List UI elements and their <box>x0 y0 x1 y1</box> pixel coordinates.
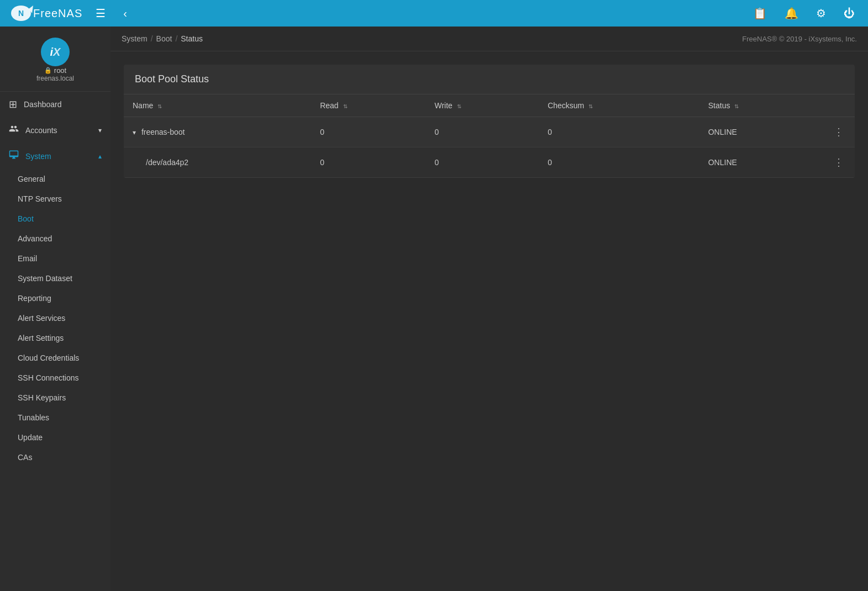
cell-read: 0 <box>311 117 425 147</box>
main-layout: iX 🔒 root freenas.local ⊞ Dashboard Acco… <box>0 27 868 591</box>
system-icon <box>9 150 19 162</box>
col-header-read[interactable]: Read ⇅ <box>311 94 425 117</box>
sort-icon-checksum: ⇅ <box>588 103 593 109</box>
sidebar-subitem-tunables[interactable]: Tunables <box>0 408 111 428</box>
col-header-actions <box>823 94 855 117</box>
sort-icon-name: ⇅ <box>157 103 162 109</box>
menu-icon[interactable]: ☰ <box>91 4 110 22</box>
col-header-status[interactable]: Status ⇅ <box>699 94 823 117</box>
accounts-icon <box>9 124 19 136</box>
navbar-left: N FreeNAS ☰ ‹ <box>9 3 131 23</box>
user-hostname: freenas.local <box>36 75 74 82</box>
sidebar-subitem-general[interactable]: General <box>0 169 111 189</box>
row-actions-button[interactable]: ⋮ <box>832 154 846 171</box>
table-row: /dev/ada4p2 0 0 0 ONLINE ⋮ <box>124 147 855 178</box>
table-container: Name ⇅ Read ⇅ Write ⇅ <box>124 94 855 178</box>
cell-name: ▾ freenas-boot <box>124 117 311 147</box>
sidebar-subitem-email[interactable]: Email <box>0 249 111 268</box>
sort-icon-read: ⇅ <box>343 103 348 109</box>
sidebar-subitem-boot[interactable]: Boot <box>0 209 111 229</box>
cell-write: 0 <box>425 147 539 178</box>
table-row: ▾ freenas-boot 0 0 0 ONLINE ⋮ <box>124 117 855 147</box>
settings-icon[interactable]: ⚙ <box>812 4 830 22</box>
navbar-right: 📋 🔔 ⚙ ⏻ <box>749 4 859 22</box>
power-icon[interactable]: ⏻ <box>839 5 859 22</box>
sidebar: iX 🔒 root freenas.local ⊞ Dashboard Acco… <box>0 27 111 591</box>
sidebar-item-system[interactable]: System ▴ <box>0 143 111 169</box>
sort-icon-write: ⇅ <box>457 103 461 109</box>
cell-actions: ⋮ <box>823 147 855 178</box>
col-header-name[interactable]: Name ⇅ <box>124 94 311 117</box>
app-name: FreeNAS <box>33 7 82 20</box>
sidebar-item-label: Accounts <box>25 126 57 135</box>
cell-read: 0 <box>311 147 425 178</box>
sidebar-item-label: Dashboard <box>24 100 62 109</box>
col-header-write[interactable]: Write ⇅ <box>425 94 539 117</box>
sidebar-subitem-cloud-credentials[interactable]: Cloud Credentials <box>0 348 111 368</box>
sidebar-subitem-alert-settings[interactable]: Alert Settings <box>0 328 111 348</box>
sort-icon-status: ⇅ <box>734 103 739 109</box>
cell-checksum: 0 <box>539 117 699 147</box>
card-title: Boot Pool Status <box>124 65 855 94</box>
alerts-icon[interactable]: 🔔 <box>780 4 803 22</box>
cell-checksum: 0 <box>539 147 699 178</box>
expand-icon[interactable]: ▾ <box>133 129 136 136</box>
chevron-down-icon: ▾ <box>98 126 102 134</box>
back-icon[interactable]: ‹ <box>119 5 131 22</box>
logo-icon: N <box>9 3 33 23</box>
sidebar-subitem-advanced[interactable]: Advanced <box>0 229 111 249</box>
user-avatar: iX <box>41 38 70 66</box>
breadcrumb-boot[interactable]: Boot <box>156 34 172 43</box>
system-subnav: General NTP Servers Boot Advanced Email … <box>0 169 111 467</box>
boot-pool-table: Name ⇅ Read ⇅ Write ⇅ <box>124 94 855 178</box>
sidebar-subitem-update[interactable]: Update <box>0 428 111 447</box>
content-area: System / Boot / Status FreeNAS® © 2019 -… <box>111 27 868 591</box>
sidebar-subitem-ntp-servers[interactable]: NTP Servers <box>0 189 111 209</box>
dashboard-icon: ⊞ <box>9 98 17 110</box>
cell-status: ONLINE <box>699 147 823 178</box>
username: root <box>54 66 66 75</box>
app-logo: N FreeNAS <box>9 3 82 23</box>
cell-name: /dev/ada4p2 <box>124 147 311 178</box>
sidebar-subitem-ssh-connections[interactable]: SSH Connections <box>0 368 111 388</box>
sidebar-subitem-cas[interactable]: CAs <box>0 447 111 467</box>
chevron-up-icon: ▴ <box>98 152 102 160</box>
sidebar-subitem-system-dataset[interactable]: System Dataset <box>0 268 111 288</box>
user-section: iX 🔒 root freenas.local <box>0 27 111 92</box>
copyright-text: FreeNAS® © 2019 - iXsystems, Inc. <box>742 35 857 43</box>
breadcrumb-sep-1: / <box>151 34 153 43</box>
sidebar-subitem-ssh-keypairs[interactable]: SSH Keypairs <box>0 388 111 408</box>
cell-write: 0 <box>425 117 539 147</box>
breadcrumb-path: System / Boot / Status <box>122 34 203 43</box>
col-header-checksum[interactable]: Checksum ⇅ <box>539 94 699 117</box>
sidebar-subitem-reporting[interactable]: Reporting <box>0 288 111 308</box>
breadcrumb-current: Status <box>181 34 203 43</box>
svg-text:N: N <box>18 9 24 18</box>
boot-pool-card: Boot Pool Status Name ⇅ Read <box>124 65 855 178</box>
sidebar-item-label: System <box>25 152 51 161</box>
row-actions-button[interactable]: ⋮ <box>832 124 846 140</box>
sidebar-subitem-alert-services[interactable]: Alert Services <box>0 308 111 328</box>
lock-icon: 🔒 <box>44 67 52 74</box>
sidebar-item-accounts[interactable]: Accounts ▾ <box>0 117 111 143</box>
cell-status: ONLINE <box>699 117 823 147</box>
table-header-row: Name ⇅ Read ⇅ Write ⇅ <box>124 94 855 117</box>
sidebar-item-dashboard[interactable]: ⊞ Dashboard <box>0 92 111 117</box>
breadcrumb-sep-2: / <box>175 34 177 43</box>
breadcrumb-system[interactable]: System <box>122 34 148 43</box>
user-name-row: 🔒 root <box>44 66 66 75</box>
breadcrumb: System / Boot / Status FreeNAS® © 2019 -… <box>111 27 868 51</box>
page-content: Boot Pool Status Name ⇅ Read <box>111 51 868 591</box>
tasks-icon[interactable]: 📋 <box>749 4 771 22</box>
cell-actions: ⋮ <box>823 117 855 147</box>
navbar: N FreeNAS ☰ ‹ 📋 🔔 ⚙ ⏻ <box>0 0 868 27</box>
